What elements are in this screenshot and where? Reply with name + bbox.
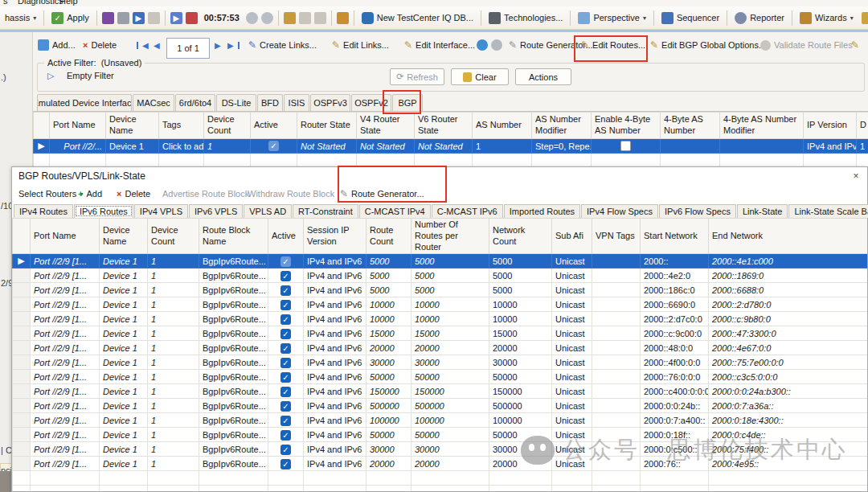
empty-cell[interactable] — [641, 471, 709, 486]
cell-active[interactable]: ✓ — [268, 384, 304, 399]
column-header[interactable]: Network Count — [489, 219, 552, 254]
menu-item[interactable]: Diagnostics — [18, 0, 63, 6]
cell-sub_afi[interactable]: Unicast — [552, 341, 592, 355]
first-page-button[interactable]: ◀ — [136, 36, 149, 54]
db-selector-button[interactable]: New TestCenter IQ DB... — [359, 10, 476, 26]
checkbox-checked-icon[interactable]: ✓ — [280, 300, 291, 310]
empty-cell[interactable] — [297, 154, 357, 168]
cell-sub_afi[interactable]: Unicast — [552, 326, 592, 341]
empty-cell[interactable] — [532, 154, 592, 168]
cell-active[interactable]: ✓ — [268, 341, 304, 355]
cell-port[interactable]: Port //2/9 [1... — [31, 283, 100, 297]
cell-active[interactable]: ✓ — [268, 457, 304, 471]
cell-network_count[interactable]: 50000 — [489, 428, 552, 442]
cell-vpn[interactable] — [592, 312, 641, 326]
cell-d[interactable]: 1 — [857, 139, 868, 154]
globe-revert-button[interactable] — [491, 36, 502, 54]
cell-per_router[interactable]: 100000 — [411, 413, 489, 428]
cell-per_router[interactable]: 30000 — [411, 355, 489, 370]
cell-vpn[interactable] — [592, 428, 641, 442]
cell-ip[interactable]: IPv4 and IPv6 — [304, 384, 366, 399]
cell-start[interactable]: 2000:0:18f:: — [641, 428, 709, 442]
cell-ip[interactable]: IPv4 and IPv6 — [304, 297, 366, 312]
cell-block[interactable]: BgpIpv6Route... — [199, 355, 268, 370]
table-row[interactable]: Port //2/9 [1...Device 11BgpIpv6Route...… — [13, 413, 868, 428]
empty-cell[interactable] — [411, 486, 489, 491]
cell-start[interactable]: 2000:76:: — [641, 457, 709, 471]
cell-sub_afi[interactable]: Unicast — [552, 355, 592, 370]
refresh-button[interactable]: ⟳ Refresh — [390, 68, 444, 85]
checkbox-checked-icon[interactable]: ✓ — [280, 285, 291, 296]
checkbox-checked-icon[interactable]: ✓ — [280, 343, 291, 354]
cell-sub_afi[interactable]: Unicast — [552, 457, 592, 471]
cell-route_count[interactable]: 100000 — [366, 413, 411, 428]
withdraw-route-block-button[interactable]: Withdraw Route Block — [248, 185, 334, 203]
cell-block[interactable]: BgpIpv6Route... — [199, 297, 268, 312]
cell-start[interactable]: 2000:: — [641, 254, 709, 269]
empty-cell[interactable] — [473, 154, 532, 168]
lock-icon[interactable] — [314, 12, 326, 24]
empty-cell[interactable] — [148, 486, 199, 491]
table-row[interactable]: Port //2/9 [1...Device 11BgpIpv6Route...… — [13, 326, 868, 341]
cell-count[interactable]: 1 — [148, 326, 199, 341]
empty-cell[interactable] — [268, 471, 304, 486]
column-header[interactable]: VPN Tags — [592, 219, 641, 254]
row-selector[interactable]: ▶ — [34, 139, 50, 154]
cell-per_router[interactable]: 150000 — [411, 384, 489, 399]
tab-link-state[interactable]: Link-State — [737, 204, 788, 218]
cell-network_count[interactable]: 5000 — [489, 269, 552, 283]
column-header[interactable]: Router State — [297, 113, 357, 139]
apply-button[interactable]: ✓ Apply — [49, 10, 92, 26]
tab-6rd-6to4[interactable]: 6rd/6to4 — [175, 94, 215, 111]
cell-end[interactable]: 2000:4e95:: — [709, 457, 868, 471]
cell-active[interactable]: ✓ — [268, 442, 304, 457]
cell-device[interactable]: Device 1 — [100, 355, 148, 370]
empty-cell[interactable] — [34, 154, 50, 168]
column-header[interactable]: Route Count — [366, 219, 411, 254]
cell-block[interactable]: BgpIpv6Route... — [199, 269, 268, 283]
empty-cell[interactable] — [592, 471, 641, 486]
column-header[interactable] — [34, 113, 50, 139]
cell-end[interactable]: 2000::c:9b80:0 — [709, 312, 868, 326]
table-row[interactable]: Port //2/9 [1...Device 11BgpIpv6Route...… — [13, 457, 868, 471]
tab-c-mcast-ipv6[interactable]: C-MCAST IPv6 — [432, 204, 503, 218]
table-row[interactable]: Port //2/9 [1...Device 11BgpIpv6Route...… — [13, 442, 868, 457]
cell-enable_4byte[interactable] — [592, 139, 661, 154]
cell-active[interactable]: ✓ — [268, 283, 304, 297]
cell-port[interactable]: Port //2/9 [1... — [31, 341, 100, 355]
cell-start[interactable]: 2000::c:9c00:0 — [641, 326, 709, 341]
cell-sub_afi[interactable]: Unicast — [552, 384, 592, 399]
cell-ip[interactable]: IPv4 and IPv6 — [304, 428, 366, 442]
row-selector[interactable] — [13, 312, 31, 326]
cell-count[interactable]: 1 — [148, 254, 199, 269]
checkbox-checked-icon[interactable]: ✓ — [280, 387, 291, 397]
clipped-toolbar-button[interactable]: ✎ — [851, 36, 859, 54]
cell-per_router[interactable]: 30000 — [411, 442, 489, 457]
row-selector[interactable] — [13, 326, 31, 341]
cell-start[interactable]: 2000::c400:0:0:0 — [641, 384, 709, 399]
checkbox-checked-icon[interactable]: ✓ — [280, 416, 291, 426]
cell-count[interactable]: 1 — [148, 297, 199, 312]
empty-row[interactable] — [13, 486, 868, 491]
cell-sub_afi[interactable]: Unicast — [552, 297, 592, 312]
resume-icon[interactable] — [261, 12, 273, 24]
edit-routes-button[interactable]: ✎ Edit Routes... — [581, 36, 645, 54]
cell-end[interactable]: 2000:0:c4de:: — [709, 428, 868, 442]
wizards-button[interactable]: Wizards ▾ — [797, 10, 856, 26]
cell-end[interactable]: 2000:0:0:24a:b300:: — [709, 384, 868, 399]
checkbox-checked-icon[interactable]: ✓ — [280, 314, 291, 325]
tab-ipv6-vpls[interactable]: IPv6 VPLS — [189, 204, 243, 218]
cell-sub_afi[interactable]: Unicast — [552, 413, 592, 428]
cell-vpn[interactable] — [592, 413, 641, 428]
advertise-route-block-button[interactable]: Advertise Route Block — [162, 185, 249, 203]
cell-active[interactable]: ✓ — [268, 312, 304, 326]
cell-vpn[interactable] — [592, 297, 641, 312]
cell-route_count[interactable]: 10000 — [366, 297, 411, 312]
cell-ip_version[interactable]: IPv4 and IPv6 — [804, 139, 857, 154]
cell-network_count[interactable]: 5000 — [489, 283, 552, 297]
cell-vpn[interactable] — [592, 457, 641, 471]
cell-active[interactable]: ✓ — [268, 326, 304, 341]
summary-button[interactable]: Summary... — [859, 10, 868, 26]
checkbox-checked-icon[interactable]: ✓ — [280, 256, 291, 267]
empty-cell[interactable] — [489, 471, 552, 486]
